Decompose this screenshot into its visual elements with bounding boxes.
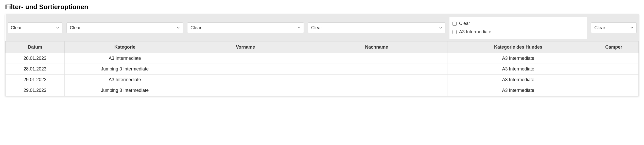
filter-camper-select[interactable]: Clear bbox=[591, 22, 636, 33]
cell-kategorie: Jumping 3 Intermediate bbox=[64, 64, 185, 75]
column-header-datum[interactable]: Datum bbox=[6, 41, 65, 53]
filter-kategorie-label: Clear bbox=[70, 25, 81, 31]
chevron-down-icon bbox=[630, 26, 634, 30]
table-row: 29.01.2023 A3 Intermediate A3 Intermedia… bbox=[6, 75, 639, 85]
cell-vorname bbox=[185, 75, 306, 85]
cell-hundkat: A3 Intermediate bbox=[447, 64, 589, 75]
table-row: 29.01.2023 Jumping 3 Intermediate A3 Int… bbox=[6, 85, 639, 96]
table-container: Clear Clear Clear bbox=[5, 14, 639, 96]
cell-datum: 28.01.2023 bbox=[6, 64, 65, 75]
cell-kategorie: A3 Intermediate bbox=[64, 53, 185, 64]
cell-camper bbox=[589, 53, 638, 64]
filter-hundkat-option-clear[interactable]: Clear bbox=[452, 19, 584, 28]
cell-hundkat: A3 Intermediate bbox=[447, 75, 589, 85]
chevron-down-icon bbox=[56, 26, 60, 30]
filter-hundkat-option-a3-label: A3 Intermediate bbox=[459, 29, 491, 35]
filter-vorname-select[interactable]: Clear bbox=[187, 22, 304, 33]
table-row: 28.01.2023 A3 Intermediate A3 Intermedia… bbox=[6, 53, 639, 64]
cell-camper bbox=[589, 85, 638, 96]
column-header-camper[interactable]: Camper bbox=[589, 41, 638, 53]
column-header-kategorie[interactable]: Kategorie bbox=[64, 41, 185, 53]
column-header-hundkat[interactable]: Kategorie des Hundes bbox=[447, 41, 589, 53]
cell-kategorie: Jumping 3 Intermediate bbox=[64, 85, 185, 96]
header-row: Datum Kategorie Vorname Nachname Kategor… bbox=[6, 41, 639, 53]
cell-datum: 29.01.2023 bbox=[6, 85, 65, 96]
cell-kategorie: A3 Intermediate bbox=[64, 75, 185, 85]
cell-nachname bbox=[306, 53, 447, 64]
filter-camper-label: Clear bbox=[594, 25, 605, 31]
column-header-vorname[interactable]: Vorname bbox=[185, 41, 306, 53]
cell-nachname bbox=[306, 85, 447, 96]
filter-hundkat-option-a3[interactable]: A3 Intermediate bbox=[452, 28, 584, 36]
cell-hundkat: A3 Intermediate bbox=[447, 53, 589, 64]
cell-hundkat: A3 Intermediate bbox=[447, 85, 589, 96]
table-row: 28.01.2023 Jumping 3 Intermediate A3 Int… bbox=[6, 64, 639, 75]
filter-datum-label: Clear bbox=[11, 25, 22, 31]
cell-camper bbox=[589, 75, 638, 85]
filter-nachname-select[interactable]: Clear bbox=[308, 22, 445, 33]
cell-nachname bbox=[306, 64, 447, 75]
filter-hundkat-checkbox-a3[interactable] bbox=[452, 30, 457, 34]
column-header-nachname[interactable]: Nachname bbox=[306, 41, 447, 53]
cell-vorname bbox=[185, 64, 306, 75]
cell-camper bbox=[589, 64, 638, 75]
filter-datum-select[interactable]: Clear bbox=[8, 22, 63, 33]
chevron-down-icon bbox=[176, 26, 180, 30]
filter-hundkat-panel: Clear A3 Intermediate bbox=[449, 17, 587, 39]
filter-kategorie-select[interactable]: Clear bbox=[66, 22, 183, 33]
filter-row: Clear Clear Clear bbox=[6, 14, 639, 41]
cell-datum: 29.01.2023 bbox=[6, 75, 65, 85]
cell-datum: 28.01.2023 bbox=[6, 53, 65, 64]
chevron-down-icon bbox=[297, 26, 301, 30]
cell-vorname bbox=[185, 53, 306, 64]
cell-vorname bbox=[185, 85, 306, 96]
data-table: Clear Clear Clear bbox=[5, 14, 639, 96]
filter-vorname-label: Clear bbox=[190, 25, 201, 31]
filter-hundkat-option-clear-label: Clear bbox=[459, 21, 470, 26]
chevron-down-icon bbox=[439, 26, 443, 30]
page-title: Filter- und Sortieroptionen bbox=[5, 3, 639, 11]
filter-hundkat-checkbox-clear[interactable] bbox=[452, 22, 457, 26]
filter-nachname-label: Clear bbox=[311, 25, 322, 31]
cell-nachname bbox=[306, 75, 447, 85]
